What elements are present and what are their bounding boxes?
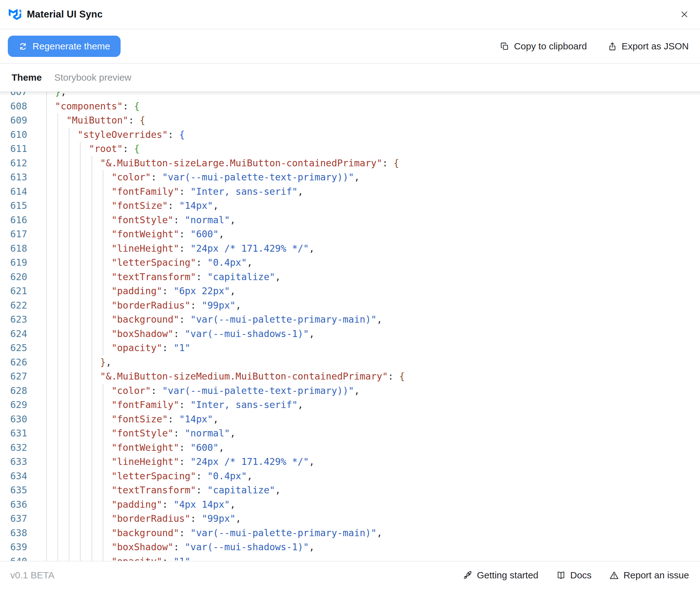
indent-guide	[103, 384, 103, 398]
code-line-content: "fontStyle": "normal",	[44, 213, 700, 227]
indent-guide	[46, 469, 47, 483]
code-line: 637 "borderRadius": "99px",	[0, 512, 700, 526]
indent-guide	[46, 156, 47, 170]
line-number: 633	[0, 454, 27, 469]
indent-guide	[69, 327, 69, 341]
close-button[interactable]	[678, 7, 691, 21]
indent-guide	[91, 298, 92, 313]
refresh-icon	[18, 42, 28, 51]
indent-guide	[80, 426, 81, 440]
indent-guide	[57, 341, 58, 355]
header: Material UI Sync	[0, 0, 700, 29]
docs-link[interactable]: Docs	[556, 570, 592, 581]
indent-guide	[69, 128, 69, 142]
copy-to-clipboard-button[interactable]: Copy to clipboard	[500, 41, 587, 51]
code-line: 616 "fontStyle": "normal",	[0, 213, 700, 227]
code-line: 617 "fontWeight": "600",	[0, 227, 700, 241]
code-line-content: "padding": "6px 22px",	[44, 284, 700, 298]
indent-guide	[91, 454, 92, 469]
indent-guide	[46, 454, 47, 469]
code-editor[interactable]: 607 },608 "components": {609 "MuiButton"…	[0, 92, 700, 561]
indent-guide	[91, 341, 92, 355]
code-line-content: "fontSize": "14px",	[44, 412, 700, 426]
code-line: 621 "padding": "6px 22px",	[0, 284, 700, 298]
indent-guide	[57, 241, 58, 256]
tab-storybook-preview[interactable]: Storybook preview	[54, 72, 131, 83]
code-line: 619 "letterSpacing": "0.4px",	[0, 255, 700, 270]
indent-guide	[57, 540, 58, 554]
indent-guide	[103, 426, 103, 440]
indent-guide	[91, 213, 92, 227]
code-line: 612 "&.MuiButton-sizeLarge.MuiButton-con…	[0, 156, 700, 170]
indent-guide	[80, 454, 81, 469]
code-line-content: "color": "var(--mui-palette-text-primary…	[44, 384, 700, 398]
code-line: 639 "boxShadow": "var(--mui-shadows-1)",	[0, 540, 700, 554]
indent-guide	[80, 199, 81, 213]
line-number: 612	[0, 156, 27, 170]
indent-guide	[80, 469, 81, 483]
indent-guide	[80, 241, 81, 256]
indent-guide	[46, 426, 47, 440]
indent-guide	[103, 255, 103, 270]
indent-guide	[69, 412, 69, 426]
code-line-content: "fontWeight": "600",	[44, 440, 700, 455]
indent-guide	[69, 213, 69, 227]
footer: v0.1 BETA Getting startedDocsReport an i…	[0, 561, 700, 589]
copy-to-clipboard-label: Copy to clipboard	[514, 41, 587, 51]
indent-guide	[57, 498, 58, 512]
line-number: 626	[0, 355, 27, 370]
indent-guide	[57, 284, 58, 298]
indent-guide	[57, 170, 58, 184]
indent-guide	[80, 341, 81, 355]
indent-guide	[57, 128, 58, 142]
indent-guide	[46, 284, 47, 298]
indent-guide	[46, 184, 47, 199]
indent-guide	[91, 469, 92, 483]
indent-guide	[80, 298, 81, 313]
line-number: 629	[0, 398, 27, 412]
mui-logo-icon	[9, 9, 21, 20]
code-line-content: "textTransform": "capitalize",	[44, 270, 700, 284]
indent-guide	[91, 270, 92, 284]
indent-guide	[69, 270, 69, 284]
code-line: 627 "&.MuiButton-sizeMedium.MuiButton-co…	[0, 369, 700, 384]
line-number: 625	[0, 341, 27, 355]
code-line: 629 "fontFamily": "Inter, sans-serif",	[0, 398, 700, 412]
indent-guide	[46, 498, 47, 512]
line-number: 610	[0, 128, 27, 142]
line-number: 609	[0, 113, 27, 128]
indent-guide	[80, 498, 81, 512]
indent-guide	[80, 540, 81, 554]
indent-guide	[80, 440, 81, 455]
line-number: 638	[0, 526, 27, 540]
indent-guide	[46, 540, 47, 554]
indent-guide	[80, 554, 81, 561]
indent-guide	[46, 128, 47, 142]
indent-guide	[103, 483, 103, 498]
indent-guide	[69, 255, 69, 270]
indent-guide	[57, 312, 58, 327]
getting-started-link[interactable]: Getting started	[462, 570, 539, 581]
indent-guide	[46, 92, 47, 99]
indent-guide	[80, 412, 81, 426]
line-number: 617	[0, 227, 27, 241]
indent-guide	[46, 312, 47, 327]
tab-theme[interactable]: Theme	[12, 72, 42, 83]
line-number: 640	[0, 554, 27, 561]
indent-guide	[57, 426, 58, 440]
indent-guide	[46, 369, 47, 384]
report-an-issue-link[interactable]: Report an issue	[609, 570, 689, 581]
line-number: 614	[0, 184, 27, 199]
code-line: 632 "fontWeight": "600",	[0, 440, 700, 455]
book-icon	[556, 570, 566, 580]
regenerate-theme-button[interactable]: Regenerate theme	[8, 36, 120, 57]
indent-guide	[91, 384, 92, 398]
indent-guide	[80, 512, 81, 526]
indent-guide	[91, 426, 92, 440]
footer-links: Getting startedDocsReport an issue	[462, 570, 689, 581]
indent-guide	[69, 156, 69, 170]
indent-guide	[69, 284, 69, 298]
export-as-json-button[interactable]: Export as JSON	[608, 41, 689, 51]
code-line: 634 "letterSpacing": "0.4px",	[0, 469, 700, 483]
code-line: 623 "background": "var(--mui-palette-pri…	[0, 312, 700, 327]
